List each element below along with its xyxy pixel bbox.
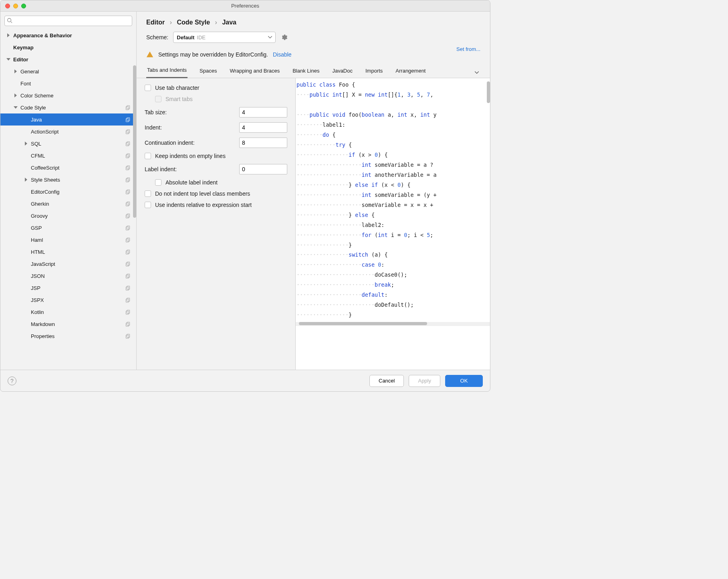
tree-item-javascript[interactable]: JavaScript	[0, 258, 136, 270]
gear-icon[interactable]	[280, 34, 288, 41]
copy-scheme-icon[interactable]	[125, 141, 131, 146]
sidebar-scrollbar[interactable]	[133, 65, 136, 218]
tree-item-jspx[interactable]: JSPX	[0, 294, 136, 306]
copy-scheme-icon[interactable]	[125, 201, 131, 206]
breadcrumb-java[interactable]: Java	[222, 19, 236, 26]
keep-empty-row[interactable]: Keep indents on empty lines	[145, 153, 287, 159]
abs-label-checkbox[interactable]	[155, 179, 161, 186]
zoom-window-button[interactable]	[21, 4, 26, 8]
minimize-window-button[interactable]	[13, 4, 18, 8]
breadcrumb-editor[interactable]: Editor	[146, 19, 165, 26]
tree-item-coffeescript[interactable]: CoffeeScript	[0, 162, 136, 174]
copy-scheme-icon[interactable]	[125, 285, 131, 291]
warning-text: Settings may be overridden by EditorConf…	[158, 51, 268, 58]
tree-item-haml[interactable]: Haml	[0, 234, 136, 246]
tree-item-java[interactable]: Java	[0, 113, 136, 126]
svg-rect-27	[126, 251, 129, 254]
chevron-right-icon	[13, 69, 18, 73]
indent-input[interactable]	[239, 122, 287, 133]
no-indent-top-checkbox[interactable]	[145, 190, 151, 197]
tree-item-label: Groovy	[31, 213, 48, 219]
tab-imports[interactable]: Imports	[365, 65, 383, 78]
svg-rect-8	[127, 142, 130, 145]
code-preview[interactable]: public class Foo { ····public int[] X = …	[295, 78, 490, 370]
tree-item-cfml[interactable]: CFML	[0, 150, 136, 162]
tree-item-groovy[interactable]: Groovy	[0, 210, 136, 222]
tab-wrapping-and-braces[interactable]: Wrapping and Braces	[229, 65, 280, 78]
copy-scheme-icon[interactable]	[125, 273, 131, 279]
relative-checkbox[interactable]	[145, 202, 151, 208]
tree-item-color-scheme[interactable]: Color Scheme	[0, 89, 136, 101]
tree-item-json[interactable]: JSON	[0, 270, 136, 282]
preview-hscrollbar[interactable]	[299, 322, 427, 325]
tree-item-actionscript[interactable]: ActionScript	[0, 126, 136, 138]
tab-arrangement[interactable]: Arrangement	[395, 65, 426, 78]
copy-scheme-icon[interactable]	[125, 177, 131, 182]
tree-item-editor[interactable]: Editor	[0, 53, 136, 65]
copy-scheme-icon[interactable]	[125, 309, 131, 315]
use-tab-checkbox[interactable]	[145, 85, 151, 91]
ok-button[interactable]: OK	[445, 375, 483, 387]
tab-spaces[interactable]: Spaces	[199, 65, 218, 78]
tree-item-label: Color Scheme	[20, 93, 53, 99]
tree-item-kotlin[interactable]: Kotlin	[0, 306, 136, 318]
copy-scheme-icon[interactable]	[125, 333, 131, 339]
svg-rect-30	[127, 274, 130, 277]
tree-item-general[interactable]: General	[0, 65, 136, 77]
use-tab-row[interactable]: Use tab character	[145, 85, 287, 91]
no-indent-top-row[interactable]: Do not indent top level class members	[145, 190, 287, 197]
tree-item-properties[interactable]: Properties	[0, 330, 136, 342]
tree-item-html[interactable]: HTML	[0, 246, 136, 258]
breadcrumb-code-style[interactable]: Code Style	[177, 19, 210, 26]
tree-item-label: Gherkin	[31, 201, 49, 207]
copy-scheme-icon[interactable]	[125, 165, 131, 170]
chevron-right-icon	[6, 33, 11, 37]
tree-item-label: JSON	[31, 273, 45, 279]
tab-size-input[interactable]	[239, 107, 287, 117]
tree-item-keymap[interactable]: Keymap	[0, 41, 136, 53]
tree-item-sql[interactable]: SQL	[0, 138, 136, 150]
disable-link[interactable]: Disable	[273, 51, 292, 58]
tree-item-font[interactable]: Font	[0, 77, 136, 89]
copy-scheme-icon[interactable]	[125, 153, 131, 158]
copy-scheme-icon[interactable]	[125, 321, 131, 327]
preview-hscrollbar-track[interactable]	[296, 322, 490, 326]
cancel-button[interactable]: Cancel	[369, 375, 404, 387]
preview-vscrollbar[interactable]	[487, 81, 490, 103]
tab-tabs-and-indents[interactable]: Tabs and Indents	[146, 64, 188, 78]
relative-row[interactable]: Use indents relative to expression start	[145, 202, 287, 208]
copy-scheme-icon[interactable]	[125, 261, 131, 267]
label-indent-input[interactable]	[239, 164, 287, 174]
tabs-overflow-icon[interactable]	[473, 68, 480, 78]
copy-scheme-icon[interactable]	[125, 225, 131, 231]
tree-item-jsp[interactable]: JSP	[0, 282, 136, 294]
use-tab-label: Use tab character	[155, 85, 200, 91]
close-window-button[interactable]	[5, 4, 10, 8]
svg-rect-24	[127, 238, 130, 241]
set-from-link[interactable]: Set from...	[456, 46, 480, 52]
tree-item-markdown[interactable]: Markdown	[0, 318, 136, 330]
copy-scheme-icon[interactable]	[125, 129, 131, 134]
tree-item-style-sheets[interactable]: Style Sheets	[0, 174, 136, 186]
help-button[interactable]: ?	[8, 377, 16, 385]
tree-item-gherkin[interactable]: Gherkin	[0, 198, 136, 210]
tree-item-code-style[interactable]: Code Style	[0, 101, 136, 113]
continuation-input[interactable]	[239, 138, 287, 148]
copy-scheme-icon[interactable]	[125, 189, 131, 194]
keep-empty-checkbox[interactable]	[145, 153, 151, 159]
copy-scheme-icon[interactable]	[125, 213, 131, 219]
copy-scheme-icon[interactable]	[125, 237, 131, 243]
settings-tree[interactable]: Appearance & BehaviorKeymapEditorGeneral…	[0, 29, 136, 370]
tree-item-editorconfig[interactable]: EditorConfig	[0, 186, 136, 198]
scheme-select[interactable]: Default IDE	[173, 32, 276, 43]
search-input[interactable]	[4, 16, 132, 26]
copy-scheme-icon[interactable]	[125, 249, 131, 255]
tree-item-gsp[interactable]: GSP	[0, 222, 136, 234]
abs-label-row[interactable]: Absolute label indent	[145, 179, 287, 186]
copy-scheme-icon[interactable]	[125, 105, 131, 110]
tab-javadoc[interactable]: JavaDoc	[331, 65, 353, 78]
copy-scheme-icon[interactable]	[125, 117, 131, 122]
tree-item-appearance-behavior[interactable]: Appearance & Behavior	[0, 29, 136, 41]
tab-blank-lines[interactable]: Blank Lines	[292, 65, 320, 78]
copy-scheme-icon[interactable]	[125, 297, 131, 303]
